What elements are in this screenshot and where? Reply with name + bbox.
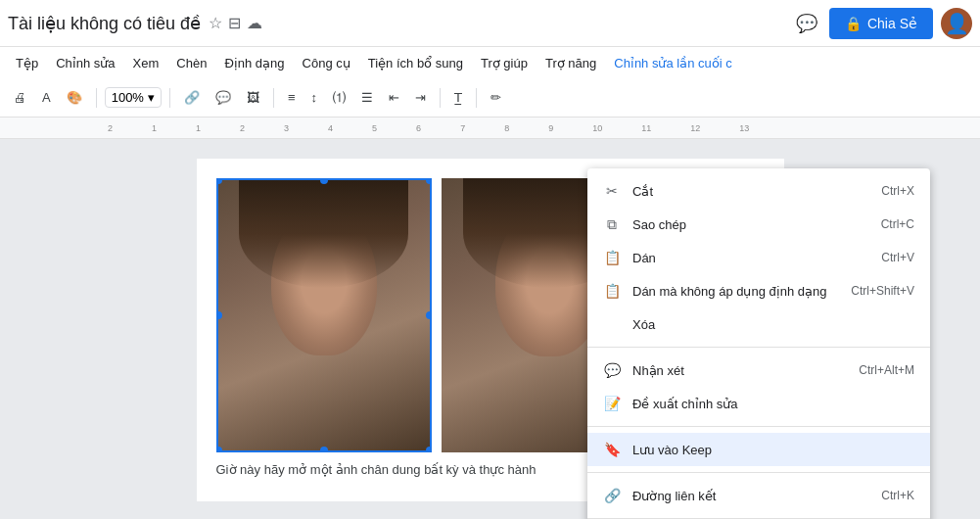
star-icon[interactable]: ☆ [209, 14, 222, 32]
toolbar-paint[interactable]: 🎨 [61, 86, 88, 109]
handle-br[interactable] [426, 447, 432, 452]
menu-help[interactable]: Trợ giúp [473, 52, 536, 74]
menu-bar: Tệp Chỉnh sửa Xem Chèn Định dạng Công cụ… [0, 47, 980, 78]
comment-icon: 💬 [603, 361, 621, 379]
ctx-comment-label: Nhận xét [632, 363, 684, 378]
share-button[interactable]: 🔒 Chia Sẻ [829, 8, 933, 39]
cut-icon: ✂ [603, 182, 621, 200]
toolbar-link[interactable]: 🔗 [178, 86, 206, 109]
link-icon: 🔗 [603, 487, 621, 504]
toolbar-list-bullet[interactable]: ☰ [355, 86, 379, 109]
menu-insert[interactable]: Chèn [168, 52, 214, 74]
ctx-suggest[interactable]: 📝 Đề xuất chỉnh sửa [587, 387, 930, 420]
top-bar: Tài liệu không có tiêu đề ☆ ⊟ ☁ 💬 🔒 Chia… [0, 0, 980, 47]
ctx-paste-shortcut: Ctrl+V [881, 251, 914, 264]
ctx-delete-label: Xóa [632, 317, 655, 332]
menu-file[interactable]: Tệp [8, 52, 46, 74]
toolbar-spell[interactable]: A [36, 86, 57, 109]
paste-plain-icon: 📋 [603, 282, 621, 300]
lock-icon: 🔒 [845, 16, 862, 31]
user-avatar[interactable]: 👤 [941, 8, 972, 39]
toolbar-indent-dec[interactable]: ⇤ [383, 86, 405, 109]
toolbar-linespacing[interactable]: ↕ [305, 86, 324, 109]
ctx-paste-plain-shortcut: Ctrl+Shift+V [851, 284, 914, 298]
ruler: 2112345678910111213 [0, 118, 980, 139]
toolbar-clear[interactable]: T̲ [448, 86, 468, 109]
suggest-icon: 📝 [603, 395, 621, 412]
handle-bl[interactable] [216, 447, 222, 452]
separator-1 [96, 88, 97, 108]
ctx-delete[interactable]: Xóa [587, 307, 930, 341]
menu-view[interactable]: Xem [125, 52, 167, 74]
separator-3 [273, 88, 274, 108]
folder-icon[interactable]: ⊟ [228, 14, 241, 32]
ctx-keep[interactable]: 🔖 Lưu vào Keep [587, 433, 930, 466]
separator-ctx-3 [587, 472, 930, 473]
ctx-cut-label: Cắt [632, 184, 653, 199]
ctx-comment[interactable]: 💬 Nhận xét Ctrl+Alt+M [587, 354, 930, 387]
ctx-link-shortcut: Ctrl+K [881, 489, 914, 502]
separator-2 [169, 88, 170, 108]
separator-ctx-1 [587, 347, 930, 348]
ctx-cut[interactable]: ✂ Cắt Ctrl+X [587, 174, 930, 208]
ctx-paste[interactable]: 📋 Dán Ctrl+V [587, 241, 930, 274]
title-icons: ☆ ⊟ ☁ [209, 14, 262, 32]
delete-icon [603, 315, 621, 333]
image-1-selected[interactable] [216, 178, 432, 452]
comment-button[interactable]: 💬 [792, 9, 821, 38]
ctx-suggest-label: Đề xuất chỉnh sửa [632, 397, 738, 411]
keep-icon: 🔖 [603, 441, 621, 458]
portrait-1 [218, 180, 430, 450]
menu-last-edit[interactable]: Chỉnh sửa lần cuối c [606, 52, 740, 74]
ctx-keep-label: Lưu vào Keep [632, 443, 712, 457]
ctx-comment-shortcut: Ctrl+Alt+M [859, 363, 914, 377]
toolbar-image[interactable]: 🖼 [241, 86, 265, 109]
menu-accessibility[interactable]: Trợ năng [537, 52, 604, 74]
separator-4 [440, 88, 441, 108]
toolbar-list-num[interactable]: ⑴ [327, 85, 351, 111]
menu-addons[interactable]: Tiện ích bổ sung [360, 52, 471, 74]
ctx-copy[interactable]: ⧉ Sao chép Ctrl+C [587, 208, 930, 241]
separator-5 [476, 88, 477, 108]
toolbar-pen[interactable]: ✏ [485, 86, 507, 109]
toolbar-comment[interactable]: 💬 [210, 86, 237, 109]
toolbar: 🖨 A 🎨 100% ▾ 🔗 💬 🖼 ≡ ↕ ⑴ ☰ ⇤ ⇥ T̲ ✏ [0, 78, 980, 118]
ctx-paste-plain[interactable]: 📋 Dán mà không áp dụng định dạng Ctrl+Sh… [587, 274, 930, 307]
copy-icon: ⧉ [603, 215, 621, 233]
menu-format[interactable]: Định dạng [216, 52, 292, 74]
toolbar-align[interactable]: ≡ [282, 86, 302, 109]
ctx-paste-plain-label: Dán mà không áp dụng định dạng [632, 284, 827, 299]
ctx-cut-shortcut: Ctrl+X [881, 184, 914, 198]
handle-bm[interactable] [320, 447, 328, 452]
zoom-chevron: ▾ [148, 90, 155, 105]
handle-mr[interactable] [426, 311, 432, 319]
ctx-link[interactable]: 🔗 Đường liên kết Ctrl+K [587, 479, 930, 512]
separator-ctx-2 [587, 426, 930, 427]
main-area: Giờ này hãy mở một ảnh chân dung bất kỳ … [0, 139, 980, 519]
menu-edit[interactable]: Chỉnh sửa [48, 52, 122, 74]
top-bar-right: 💬 🔒 Chia Sẻ 👤 [792, 8, 972, 39]
share-label: Chia Sẻ [867, 16, 917, 31]
toolbar-indent-inc[interactable]: ⇥ [409, 86, 432, 109]
cloud-icon[interactable]: ☁ [247, 14, 262, 32]
zoom-value: 100% [112, 90, 144, 105]
top-bar-left: Tài liệu không có tiêu đề ☆ ⊟ ☁ [8, 13, 262, 34]
paste-icon: 📋 [603, 249, 621, 266]
zoom-control[interactable]: 100% ▾ [105, 87, 162, 108]
toolbar-print[interactable]: 🖨 [8, 86, 32, 109]
menu-tools[interactable]: Công cụ [295, 52, 358, 74]
context-menu: ✂ Cắt Ctrl+X ⧉ Sao chép Ctrl+C 📋 Dán Ctr… [587, 168, 930, 519]
doc-title: Tài liệu không có tiêu đề [8, 13, 201, 34]
ctx-link-label: Đường liên kết [632, 489, 716, 503]
ctx-paste-label: Dán [632, 251, 656, 265]
ctx-copy-shortcut: Ctrl+C [881, 217, 914, 231]
ruler-marks: 2112345678910111213 [108, 123, 749, 133]
ctx-copy-label: Sao chép [632, 217, 686, 232]
